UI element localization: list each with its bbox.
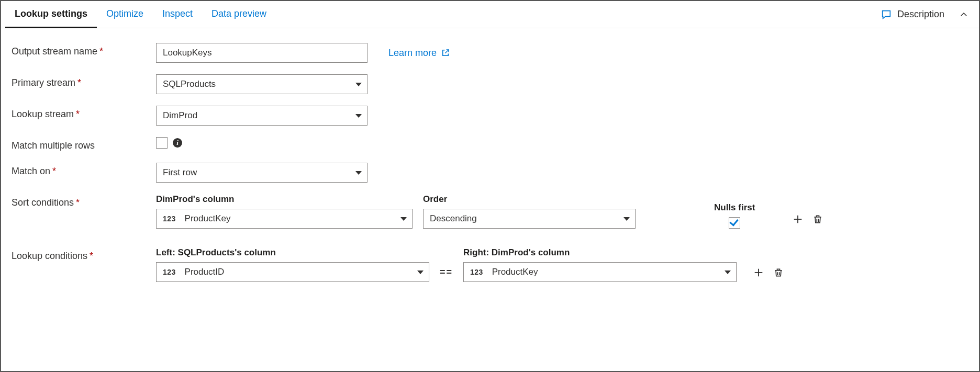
tab-label: Lookup settings (15, 8, 87, 19)
caret-down-icon (355, 83, 362, 86)
label-match-on: Match on* (12, 163, 156, 177)
ctrl-output-stream: Learn more (156, 43, 450, 63)
chevron-up-icon (959, 10, 968, 19)
sort-condition-block: DimProd's column 123 ProductKey Order De… (156, 194, 824, 229)
tab-data-preview[interactable]: Data preview (202, 1, 276, 28)
caret-down-icon (355, 171, 362, 175)
lookup-stream-select[interactable]: DimProd (156, 106, 368, 126)
nulls-first-checkbox[interactable] (729, 217, 740, 229)
row-lookup-conditions: Lookup conditions* Left: SQLProducts's c… (12, 247, 968, 282)
tab-lookup-settings[interactable]: Lookup settings (5, 1, 97, 28)
row-primary-stream: Primary stream* SQLProducts (12, 74, 968, 94)
delete-lookup-condition-button[interactable] (772, 266, 785, 279)
lookup-right-select[interactable]: 123 ProductKey (463, 262, 737, 282)
label-lookup-stream: Lookup stream* (12, 106, 156, 120)
nulls-first-header: Nulls first (714, 202, 755, 213)
label-output-stream: Output stream name* (12, 43, 156, 57)
select-value: Descending (430, 213, 477, 224)
label-primary-stream: Primary stream* (12, 74, 156, 88)
info-icon[interactable]: i (173, 138, 182, 148)
datatype-badge: 123 (163, 268, 176, 276)
caret-down-icon (725, 270, 731, 274)
lookup-left-select[interactable]: 123 ProductID (156, 262, 429, 282)
tab-label: Optimize (106, 8, 143, 19)
add-lookup-condition-button[interactable] (752, 266, 765, 279)
tab-optimize[interactable]: Optimize (97, 1, 153, 28)
comment-icon (881, 9, 892, 20)
external-link-icon (441, 48, 450, 58)
lookup-right-header: Right: DimProd's column (463, 247, 737, 258)
select-value: ProductKey (492, 267, 538, 277)
tab-inspect[interactable]: Inspect (153, 1, 202, 28)
learn-more-link[interactable]: Learn more (388, 48, 450, 59)
caret-down-icon (400, 217, 407, 221)
label-lookup-conditions: Lookup conditions* (12, 247, 156, 262)
lookup-left-header: Left: SQLProducts's column (156, 247, 429, 258)
datatype-badge: 123 (163, 215, 176, 223)
form-body: Output stream name* Learn more Primary s… (1, 28, 979, 282)
select-value: ProductID (185, 267, 225, 277)
row-match-multiple: Match multiple rows i (12, 137, 968, 151)
tab-label: Data preview (211, 8, 266, 19)
match-multiple-checkbox[interactable] (156, 137, 168, 149)
delete-sort-condition-button[interactable] (811, 213, 824, 226)
label-match-multiple: Match multiple rows (12, 137, 156, 151)
select-value: SQLProducts (163, 79, 216, 89)
caret-down-icon (623, 217, 630, 221)
primary-stream-select[interactable]: SQLProducts (156, 74, 368, 94)
select-value: ProductKey (185, 213, 231, 223)
lookup-condition-block: Left: SQLProducts's column 123 ProductID… (156, 247, 785, 282)
tabs: Lookup settings Optimize Inspect Data pr… (5, 1, 276, 28)
match-on-select[interactable]: First row (156, 163, 368, 183)
tabbar: Lookup settings Optimize Inspect Data pr… (1, 1, 979, 28)
description-toggle[interactable]: Description (881, 9, 968, 20)
select-value: DimProd (163, 110, 197, 121)
sort-order-select[interactable]: Descending (423, 209, 636, 229)
row-output-stream: Output stream name* Learn more (12, 43, 968, 63)
sort-column-header: DimProd's column (156, 194, 413, 205)
lookup-settings-panel: Lookup settings Optimize Inspect Data pr… (0, 0, 980, 372)
sort-column-select[interactable]: 123 ProductKey (156, 209, 413, 229)
row-lookup-stream: Lookup stream* DimProd (12, 106, 968, 126)
select-value: First row (163, 167, 197, 178)
lookup-row-actions (752, 266, 785, 282)
sort-order-header: Order (423, 194, 636, 205)
caret-down-icon (417, 270, 424, 274)
row-match-on: Match on* First row (12, 163, 968, 183)
row-sort-conditions: Sort conditions* DimProd's column 123 Pr… (12, 194, 968, 229)
sort-row-actions (792, 213, 824, 229)
tab-label: Inspect (162, 8, 193, 19)
datatype-badge: 123 (470, 268, 483, 276)
description-label: Description (897, 9, 944, 20)
add-sort-condition-button[interactable] (792, 213, 804, 226)
caret-down-icon (355, 114, 362, 118)
equals-operator: == (440, 267, 453, 282)
label-sort-conditions: Sort conditions* (12, 194, 156, 208)
output-stream-input[interactable] (156, 43, 368, 63)
